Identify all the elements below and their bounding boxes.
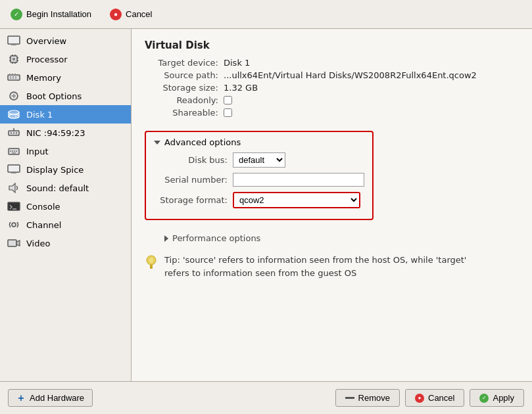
add-hardware-button[interactable]: + Add Hardware (8, 389, 93, 407)
svg-rect-14 (12, 75, 14, 80)
performance-options-label: Performance options (172, 233, 260, 243)
cancel-icon: ● (415, 394, 424, 403)
sidebar-item-sound-label: Sound: default (26, 183, 89, 193)
disk-bus-label: Disk bus: (154, 155, 233, 165)
console-icon (7, 200, 21, 212)
svg-rect-0 (8, 36, 20, 44)
performance-options-row[interactable]: Performance options (164, 233, 519, 243)
collapse-icon (154, 141, 160, 145)
svg-rect-15 (15, 75, 16, 80)
apply-label: Apply (493, 393, 514, 403)
svg-rect-24 (11, 132, 12, 134)
svg-point-22 (15, 116, 16, 117)
svg-rect-40 (8, 240, 16, 246)
sidebar-item-nic[interactable]: NIC :94:59:23 (0, 124, 131, 142)
readonly-label: Readonly: (145, 95, 224, 105)
storage-format-row: Storage format: qcow2 raw vmdk vhd (154, 192, 364, 208)
tip-icon (145, 255, 158, 271)
source-path-label: Source path: (145, 70, 224, 80)
svg-rect-3 (12, 58, 15, 60)
svg-rect-17 (12, 74, 13, 75)
advanced-options-label: Advanced options (164, 137, 241, 147)
serial-number-row: Serial number: (154, 173, 364, 187)
sidebar-item-video[interactable]: Video (0, 234, 131, 252)
sidebar-item-boot-options[interactable]: Boot Options (0, 87, 131, 105)
sidebar-item-disk1-label: Disk 1 (26, 110, 53, 120)
svg-rect-18 (14, 74, 16, 75)
svg-point-21 (9, 114, 19, 118)
sidebar-item-overview[interactable]: Overview (0, 32, 131, 50)
svg-rect-33 (12, 152, 16, 154)
cancel-button[interactable]: ● Cancel (405, 389, 464, 407)
sidebar-item-console[interactable]: Console (0, 197, 131, 216)
advanced-options-toggle[interactable]: Advanced options (154, 137, 364, 147)
svg-rect-35 (11, 172, 16, 173)
sidebar-item-input-label: Input (26, 147, 49, 156)
storage-format-select[interactable]: qcow2 raw vmdk vhd (234, 193, 359, 207)
overview-icon (7, 35, 21, 47)
svg-rect-16 (9, 74, 11, 75)
serial-number-input[interactable] (233, 173, 364, 187)
remove-label: Remove (358, 393, 390, 403)
cancel-toolbar-button[interactable]: ● Cancel (106, 7, 156, 22)
sidebar-item-console-label: Console (26, 202, 60, 212)
shareable-row: Shareable: (145, 108, 519, 118)
shareable-label: Shareable: (145, 108, 224, 118)
svg-rect-30 (12, 150, 13, 152)
svg-marker-41 (16, 241, 20, 246)
storage-format-label: Storage format: (154, 195, 233, 205)
sidebar-item-input[interactable]: Input (0, 142, 131, 160)
storage-format-wrapper: qcow2 raw vmdk vhd (233, 192, 360, 208)
plus-icon: + (16, 394, 26, 403)
svg-rect-43 (150, 265, 153, 269)
advanced-options-section: Advanced options Disk bus: default virti… (145, 131, 374, 220)
channel-icon (7, 219, 21, 231)
sidebar-item-memory-label: Memory (26, 73, 61, 83)
action-buttons: Remove ● Cancel ✓ Apply (335, 389, 524, 407)
readonly-row: Readonly: (145, 95, 519, 105)
sidebar: Overview Processor Memory Boot Options (0, 29, 132, 381)
expand-icon (164, 235, 168, 242)
main-container: Overview Processor Memory Boot Options (0, 29, 532, 381)
disk-bus-row: Disk bus: default virtio ide scsi (154, 152, 364, 168)
sidebar-item-boot-options-label: Boot Options (26, 91, 82, 101)
sound-icon (7, 182, 21, 194)
shareable-checkbox[interactable] (224, 108, 232, 117)
target-device-value: Disk 1 (224, 58, 250, 68)
sidebar-item-processor[interactable]: Processor (0, 50, 131, 68)
target-device-label: Target device: (145, 58, 224, 68)
svg-rect-13 (10, 75, 11, 80)
sidebar-item-channel[interactable]: Channel (0, 216, 131, 234)
page-title: Virtual Disk (145, 39, 519, 51)
input-icon (7, 145, 21, 157)
remove-button[interactable]: Remove (335, 389, 400, 407)
disk-bus-select[interactable]: default virtio ide scsi (233, 152, 285, 168)
processor-icon (7, 53, 21, 65)
sidebar-item-overview-label: Overview (26, 36, 66, 46)
svg-rect-31 (14, 150, 15, 152)
sidebar-item-memory[interactable]: Memory (0, 68, 131, 87)
target-device-row: Target device: Disk 1 (145, 58, 519, 68)
boot-options-icon (7, 90, 21, 102)
storage-size-row: Storage size: 1.32 GB (145, 83, 519, 93)
svg-rect-32 (16, 150, 17, 152)
begin-installation-button[interactable]: ✓ Begin Installation (7, 7, 95, 22)
sidebar-item-video-label: Video (26, 239, 50, 248)
apply-button[interactable]: ✓ Apply (470, 389, 524, 407)
bottom-bar: + Add Hardware Remove ● Cancel ✓ Apply (0, 381, 532, 414)
video-icon (7, 237, 21, 249)
cancel-toolbar-label: Cancel (126, 9, 152, 19)
sidebar-item-processor-label: Processor (26, 55, 68, 64)
svg-rect-25 (13, 132, 14, 134)
memory-icon (7, 72, 21, 83)
readonly-checkbox[interactable] (224, 96, 232, 104)
storage-size-label: Storage size: (145, 83, 224, 93)
sidebar-item-disk1[interactable]: Disk 1 (0, 105, 131, 124)
svg-point-39 (12, 223, 16, 227)
disk-icon (7, 108, 21, 120)
source-path-value: ...ullx64Ent/Virtual Hard Disks/WS2008R2… (224, 70, 477, 80)
svg-rect-34 (8, 165, 20, 172)
sidebar-item-sound[interactable]: Sound: default (0, 179, 131, 197)
stop-icon: ● (110, 9, 122, 20)
sidebar-item-display-spice[interactable]: Display Spice (0, 160, 131, 179)
